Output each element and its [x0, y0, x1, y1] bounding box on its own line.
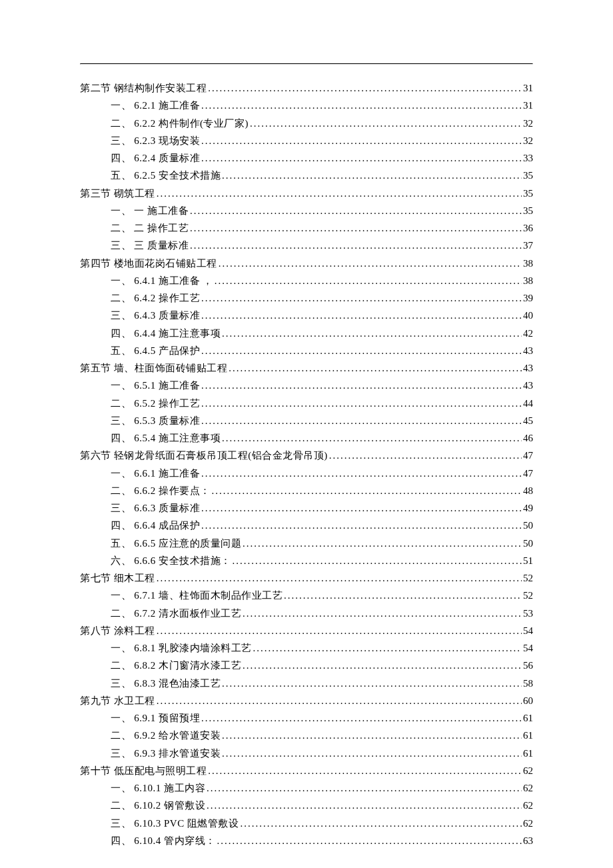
- toc-entry: 一、 6.6.1 施工准备47: [80, 465, 533, 482]
- toc-leader-dots: [157, 692, 522, 709]
- toc-entry: 二、 6.5.2 操作工艺44: [80, 395, 533, 412]
- toc-entry-page: 42: [523, 325, 533, 342]
- toc-entry-page: 31: [523, 97, 533, 114]
- toc-entry-page: 62: [523, 779, 533, 797]
- toc-entry-text: 三、 6.4.3 质量标准: [111, 307, 200, 324]
- document-page: 第二节 钢结构制作安装工程31一、 6.2.1 施工准备31二、 6.2.2 构…: [0, 0, 613, 868]
- toc-entry-text: 第九节 水卫工程: [80, 692, 155, 709]
- toc-entry-page: 39: [523, 289, 533, 307]
- toc-entry-page: 35: [523, 167, 533, 184]
- toc-entry-text: 三、 6.9.3 排水管道安装: [111, 745, 221, 762]
- toc-leader-dots: [207, 797, 522, 814]
- toc-entry: 第七节 细木工程52: [80, 569, 533, 587]
- toc-entry: 三、 三 质量标准37: [80, 237, 533, 254]
- toc-entry-page: 52: [523, 587, 533, 604]
- toc-entry-text: 一、 6.5.1 施工准备: [111, 377, 200, 394]
- toc-entry-text: 一、 6.2.1 施工准备: [111, 97, 200, 114]
- toc-entry-text: 三、 6.6.3 质量标准: [111, 499, 200, 517]
- toc-leader-dots: [329, 447, 522, 464]
- toc-entry-page: 38: [523, 255, 533, 272]
- toc-entry-text: 第八节 涂料工程: [80, 622, 155, 639]
- toc-entry: 第八节 涂料工程54: [80, 622, 533, 639]
- toc-leader-dots: [201, 342, 522, 359]
- toc-entry-page: 50: [523, 535, 533, 552]
- toc-leader-dots: [208, 762, 522, 779]
- toc-leader-dots: [222, 429, 522, 447]
- toc-entry-text: 五、 6.6.5 应注意的质量问题: [111, 535, 241, 552]
- toc-leader-dots: [233, 552, 522, 569]
- toc-entry: 五、 6.4.5 产品保护43: [80, 342, 533, 359]
- toc-entry: 一、 6.9.1 预留预埋61: [80, 709, 533, 727]
- toc-entry: 一、 6.8.1 乳胶漆内墙涂料工艺54: [80, 639, 533, 657]
- toc-leader-dots: [201, 412, 522, 429]
- toc-entry: 三、 6.4.3 质量标准40: [80, 307, 533, 324]
- toc-entry-page: 52: [523, 569, 533, 587]
- toc-entry-page: 32: [523, 115, 533, 132]
- toc-leader-dots: [243, 535, 522, 552]
- toc-entry: 四、 6.5.4 施工注意事项46: [80, 429, 533, 447]
- toc-leader-dots: [201, 132, 522, 149]
- toc-entry-text: 三、 6.5.3 质量标准: [111, 412, 200, 429]
- toc-entry: 二、 6.6.2 操作要点：48: [80, 482, 533, 499]
- toc-leader-dots: [222, 745, 522, 762]
- toc-entry-text: 一、 一 施工准备: [111, 202, 189, 219]
- toc-leader-dots: [201, 395, 522, 412]
- toc-entry-text: 六、 6.6.6 安全技术措施：: [111, 552, 231, 569]
- toc-leader-dots: [201, 465, 522, 482]
- toc-leader-dots: [157, 185, 522, 202]
- toc-entry: 四、 6.10.4 管内穿线：63: [80, 832, 533, 849]
- toc-leader-dots: [157, 622, 522, 639]
- toc-entry-page: 48: [523, 482, 533, 499]
- toc-entry: 第三节 砌筑工程35: [80, 185, 533, 202]
- toc-entry-page: 46: [523, 429, 533, 447]
- toc-entry-page: 43: [523, 342, 533, 359]
- toc-leader-dots: [201, 97, 522, 114]
- toc-leader-dots: [222, 727, 522, 744]
- toc-entry-text: 一、 6.6.1 施工准备: [111, 465, 200, 482]
- toc-entry: 二、 6.4.2 操作工艺39: [80, 289, 533, 307]
- toc-entry: 一、 6.5.1 施工准备43: [80, 377, 533, 394]
- toc-entry: 第十节 低压配电与照明工程62: [80, 762, 533, 779]
- toc-leader-dots: [201, 149, 522, 167]
- toc-entry: 二、 6.7.2 清水面板作业工艺53: [80, 605, 533, 622]
- toc-entry-page: 38: [523, 272, 533, 289]
- toc-leader-dots: [222, 675, 522, 692]
- toc-entry: 二、 6.9.2 给水管道安装61: [80, 727, 533, 744]
- toc-entry: 五、 6.6.5 应注意的质量问题50: [80, 535, 533, 552]
- toc-entry: 四、 6.6.4 成品保护50: [80, 517, 533, 534]
- toc-entry-text: 第七节 细木工程: [80, 569, 155, 587]
- toc-entry-text: 三、 三 质量标准: [111, 237, 189, 254]
- toc-entry-text: 三、 6.8.3 混色油漆工艺: [111, 675, 221, 692]
- toc-entry-page: 50: [523, 517, 533, 534]
- toc-entry: 二、 6.2.2 构件制作(专业厂家)32: [80, 115, 533, 132]
- toc-entry-text: 二、 6.6.2 操作要点：: [111, 482, 211, 499]
- toc-entry-page: 40: [523, 307, 533, 324]
- toc-entry: 二、 6.10.2 钢管敷设62: [80, 797, 533, 814]
- toc-leader-dots: [219, 255, 522, 272]
- toc-entry-text: 一、 6.9.1 预留预埋: [111, 709, 200, 727]
- toc-entry-text: 一、 6.8.1 乳胶漆内墙涂料工艺: [111, 639, 252, 657]
- toc-entry: 三、 6.10.3 PVC 阻燃管敷设62: [80, 815, 533, 832]
- toc-entry-text: 二、 6.2.2 构件制作(专业厂家): [111, 115, 249, 132]
- toc-entry: 一、 6.7.1 墙、柱饰面木制品作业工艺52: [80, 587, 533, 604]
- toc-entry-text: 二、 6.8.2 木门窗清水漆工艺: [111, 657, 241, 674]
- toc-leader-dots: [201, 709, 522, 727]
- toc-leader-dots: [250, 115, 522, 132]
- toc-leader-dots: [208, 79, 522, 97]
- toc-entry-page: 43: [523, 359, 533, 377]
- toc-entry: 三、 6.8.3 混色油漆工艺58: [80, 675, 533, 692]
- toc-leader-dots: [157, 569, 522, 587]
- toc-entry-page: 44: [523, 395, 533, 412]
- toc-leader-dots: [201, 307, 522, 324]
- toc-entry-text: 四、 6.4.4 施工注意事项: [111, 325, 221, 342]
- toc-leader-dots: [190, 237, 522, 254]
- toc-leader-dots: [240, 815, 522, 832]
- toc-entry-text: 第六节 轻钢龙骨纸面石膏板吊顶工程(铝合金龙骨吊顶): [80, 447, 328, 464]
- toc-entry-text: 二、 6.4.2 操作工艺: [111, 289, 200, 307]
- toc-entry-page: 45: [523, 412, 533, 429]
- toc-entry-page: 61: [523, 709, 533, 727]
- toc-entry: 三、 6.6.3 质量标准49: [80, 499, 533, 517]
- toc-entry: 一、 6.10.1 施工内容62: [80, 779, 533, 797]
- toc-entry-text: 一、 6.10.1 施工内容: [111, 779, 205, 797]
- toc-entry-page: 36: [523, 219, 533, 237]
